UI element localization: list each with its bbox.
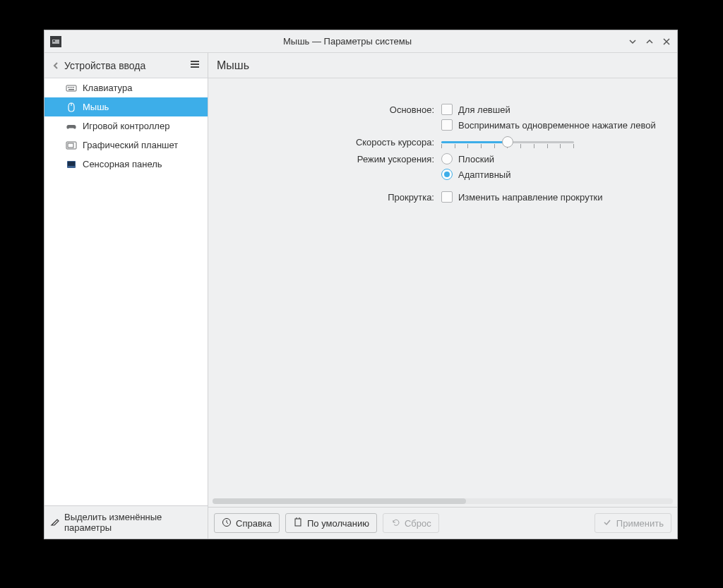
- touchpad-icon: [66, 159, 77, 170]
- sidebar-item-touchpad[interactable]: Сенсорная панель: [44, 155, 208, 174]
- sidebar-item-label: Клавиатура: [83, 83, 132, 93]
- horizontal-scrollbar[interactable]: [213, 498, 673, 504]
- titlebar: Мышь — Параметры системы: [44, 30, 677, 53]
- help-button[interactable]: Справка: [214, 513, 280, 533]
- reverse-scroll-label: Изменить направление прокрутки: [458, 192, 603, 203]
- check-icon: [602, 517, 612, 529]
- reset-button[interactable]: Сброс: [383, 513, 439, 533]
- svg-rect-5: [71, 87, 73, 88]
- sidebar: Устройства ввода Клавиатура Мышь Игровой…: [44, 53, 208, 539]
- reverse-scroll-checkbox[interactable]: [441, 191, 453, 203]
- back-button[interactable]: [52, 61, 60, 70]
- close-button[interactable]: [662, 37, 671, 47]
- sidebar-item-label: Мышь: [83, 102, 109, 112]
- defaults-button[interactable]: По умолчанию: [285, 513, 377, 533]
- accel-flat-radio[interactable]: [441, 153, 453, 164]
- reset-label: Сброс: [405, 518, 431, 529]
- both-click-row: Воспринимать одновременное нажатие левой: [441, 119, 677, 131]
- accel-adaptive-label: Адаптивный: [458, 169, 510, 180]
- sidebar-item-label: Графический планшет: [83, 140, 178, 150]
- accel-adaptive-radio[interactable]: [441, 169, 453, 180]
- keyboard-icon: [66, 83, 77, 94]
- sidebar-item-gamepad[interactable]: Игровой контроллер: [44, 116, 208, 136]
- label-general: Основное:: [208, 104, 434, 115]
- highlight-changed-button[interactable]: Выделить изменённые параметры: [44, 505, 208, 539]
- svg-rect-2: [66, 85, 76, 91]
- accel-flat-row: Плоский: [441, 153, 677, 164]
- sidebar-title: Устройства ввода: [64, 60, 185, 71]
- sidebar-item-tablet[interactable]: Графический планшет: [44, 136, 208, 155]
- speed-row: [441, 135, 677, 149]
- minimize-button[interactable]: [628, 37, 638, 47]
- left-handed-checkbox[interactable]: [441, 104, 453, 115]
- both-click-checkbox[interactable]: [441, 119, 453, 131]
- cursor-speed-slider[interactable]: [441, 135, 574, 149]
- mouse-icon: [66, 102, 77, 113]
- accel-flat-label: Плоский: [458, 154, 494, 164]
- svg-rect-1: [53, 40, 55, 42]
- settings-form: Основное: Для левшей Воспринимать одновр…: [208, 104, 677, 203]
- svg-rect-13: [295, 519, 301, 526]
- footer-buttons: Справка По умолчанию Сброс Применить: [208, 507, 677, 539]
- sidebar-list: Клавиатура Мышь Игровой контроллер Графи…: [44, 78, 208, 505]
- window-controls: [628, 37, 671, 47]
- undo-icon: [390, 517, 400, 529]
- help-icon: [222, 517, 232, 529]
- label-accel: Режим ускорения:: [208, 154, 434, 164]
- sidebar-item-label: Сенсорная панель: [83, 159, 162, 169]
- main-panel: Мышь Основное: Для левшей Воспринимать о…: [208, 53, 677, 539]
- app-icon: [50, 36, 61, 47]
- page-title: Мышь: [208, 53, 677, 78]
- reverse-scroll-row: Изменить направление прокрутки: [441, 184, 677, 203]
- defaults-label: По умолчанию: [307, 518, 369, 529]
- window-title: Мышь — Параметры системы: [67, 36, 628, 47]
- highlight-changed-label: Выделить изменённые параметры: [64, 512, 202, 533]
- sidebar-header: Устройства ввода: [44, 53, 208, 78]
- svg-rect-3: [68, 87, 69, 88]
- label-scrolling: Прокрутка:: [208, 185, 434, 203]
- sidebar-item-keyboard[interactable]: Клавиатура: [44, 78, 208, 97]
- accel-adaptive-row: Адаптивный: [441, 169, 677, 180]
- both-click-label: Воспринимать одновременное нажатие левой: [458, 120, 656, 131]
- svg-rect-7: [68, 89, 74, 90]
- main-content: Основное: Для левшей Воспринимать одновр…: [208, 78, 677, 507]
- window-body: Устройства ввода Клавиатура Мышь Игровой…: [44, 53, 677, 539]
- left-handed-label: Для левшей: [458, 104, 510, 115]
- settings-window: Мышь — Параметры системы Устройства ввод…: [44, 30, 678, 539]
- svg-rect-9: [68, 143, 73, 148]
- defaults-icon: [293, 517, 303, 529]
- tablet-icon: [66, 140, 77, 151]
- maximize-button[interactable]: [645, 37, 655, 47]
- help-label: Справка: [236, 518, 272, 529]
- svg-rect-4: [70, 87, 71, 88]
- highlight-icon: [50, 517, 60, 529]
- scrollbar-thumb[interactable]: [213, 498, 466, 504]
- sidebar-item-label: Игровой контроллер: [83, 121, 169, 131]
- svg-rect-6: [73, 87, 75, 88]
- apply-label: Применить: [616, 518, 664, 529]
- sidebar-item-mouse[interactable]: Мышь: [44, 97, 208, 116]
- left-handed-row: Для левшей: [441, 104, 677, 115]
- gamepad-icon: [66, 121, 77, 132]
- label-speed: Скорость курсора:: [208, 137, 434, 148]
- hamburger-icon[interactable]: [189, 59, 201, 72]
- svg-rect-11: [68, 162, 75, 166]
- apply-button[interactable]: Применить: [594, 513, 671, 533]
